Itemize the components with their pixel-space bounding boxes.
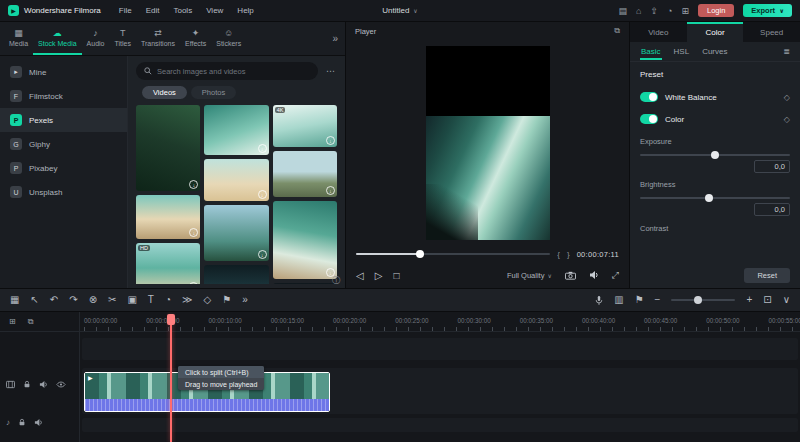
properties-tab[interactable]: Color xyxy=(687,22,744,42)
cart-icon[interactable]: ⊞ xyxy=(681,6,689,16)
media-tab[interactable]: ☁ Stock Media xyxy=(33,22,82,55)
media-tab[interactable]: ♪ Audio xyxy=(82,22,110,55)
login-button[interactable]: Login xyxy=(698,4,734,17)
keyframe-icon[interactable]: ◇ xyxy=(784,93,790,102)
previous-frame-button[interactable]: ◁ xyxy=(356,270,364,281)
more-tabs-icon[interactable]: » xyxy=(329,33,341,44)
stock-thumbnail[interactable]: ↓ xyxy=(204,105,268,155)
keyframe-icon[interactable]: ◇ xyxy=(203,295,211,305)
stock-thumbnail[interactable]: ↓ xyxy=(204,159,268,201)
playhead[interactable] xyxy=(170,314,172,442)
stock-thumbnail[interactable]: HD ↓ xyxy=(136,243,200,284)
mark-in-icon[interactable]: { xyxy=(557,250,560,259)
sidebar-item[interactable]: U Unsplash xyxy=(0,180,127,204)
track-mute-icon[interactable] xyxy=(39,380,48,389)
stock-thumbnail[interactable]: ↓ xyxy=(204,205,268,261)
notifications-icon[interactable]: ◔ xyxy=(667,6,672,16)
download-icon[interactable]: ↓ xyxy=(189,228,198,237)
filter-pill[interactable]: Photos xyxy=(191,86,236,99)
media-tab[interactable]: ✦ Effects xyxy=(180,22,211,55)
menu-item[interactable]: File xyxy=(119,6,132,15)
text-tool-icon[interactable]: T xyxy=(148,295,154,305)
project-title-area[interactable]: Untitled ∨ xyxy=(382,6,418,15)
mark-out-icon[interactable]: } xyxy=(567,250,570,259)
zoom-out-icon[interactable]: − xyxy=(655,295,661,305)
menu-item[interactable]: Help xyxy=(237,6,253,15)
stock-thumbnail[interactable]: ↓ xyxy=(136,105,200,191)
color-subtab[interactable]: HSL xyxy=(673,43,691,60)
workspace-layout-icon[interactable]: ▤ xyxy=(619,6,628,16)
menu-item[interactable]: Edit xyxy=(146,6,160,15)
timeline-ruler[interactable]: 00:00:00:00 00:00:05:00 00:00:10:00 00:0… xyxy=(80,312,800,332)
stock-thumbnail[interactable]: ↓ xyxy=(273,151,337,197)
auto-ripple-icon[interactable]: ⧉ xyxy=(28,317,34,327)
download-icon[interactable]: ↓ xyxy=(258,144,267,153)
fit-timeline-icon[interactable]: ⊡ xyxy=(763,295,771,305)
media-panel-icon[interactable]: ▦ xyxy=(10,295,19,305)
menu-item[interactable]: Tools xyxy=(173,6,192,15)
sidebar-item[interactable]: ▸ Mine xyxy=(0,60,127,84)
speed-icon[interactable]: ≫ xyxy=(182,295,192,305)
properties-tab[interactable]: Speed xyxy=(743,22,800,42)
search-input[interactable] xyxy=(157,67,310,76)
stock-thumbnail[interactable]: ↓ xyxy=(204,265,268,284)
microphone-icon[interactable] xyxy=(595,295,603,306)
track-visibility-icon[interactable] xyxy=(56,381,66,388)
toggle-switch[interactable] xyxy=(640,92,658,102)
keyframe-icon[interactable]: ◇ xyxy=(784,115,790,124)
download-icon[interactable]: ↓ xyxy=(189,180,198,189)
toggle-switch[interactable] xyxy=(640,114,658,124)
marker-icon[interactable]: ⚑ xyxy=(222,295,231,305)
media-tab[interactable]: ☺ Stickers xyxy=(211,22,246,55)
sidebar-item[interactable]: P Pixabey xyxy=(0,156,127,180)
adjustment-slider[interactable] xyxy=(640,197,790,199)
download-icon[interactable]: ↓ xyxy=(326,136,335,145)
video-preview[interactable] xyxy=(426,46,550,240)
reset-button[interactable]: Reset xyxy=(744,268,790,283)
sidebar-item[interactable]: G Giphy xyxy=(0,132,127,156)
search-bar[interactable] xyxy=(136,62,318,80)
save-project-icon[interactable]: ⌂ xyxy=(636,6,641,16)
filter-pill[interactable]: Videos xyxy=(142,86,187,99)
play-button[interactable]: ▷ xyxy=(375,270,383,281)
collapse-icon[interactable]: ∨ xyxy=(783,295,790,305)
stock-thumbnail[interactable]: ↓ xyxy=(273,283,337,284)
delete-icon[interactable]: ⊗ xyxy=(89,295,97,305)
crop-icon[interactable]: ▣ xyxy=(127,295,136,305)
download-icon[interactable]: ↓ xyxy=(326,186,335,195)
color-subtab[interactable]: Curves xyxy=(701,43,728,60)
stock-thumbnail[interactable]: ↓ xyxy=(136,195,200,239)
pointer-tool-icon[interactable]: ↖ xyxy=(30,295,38,305)
share-icon[interactable]: ⇪ xyxy=(650,6,658,16)
download-icon[interactable]: ↓ xyxy=(258,250,267,259)
speed-ramping-icon[interactable]: ◔ xyxy=(165,295,171,305)
slider-value[interactable]: 0,0 xyxy=(754,203,790,216)
snapshot-icon[interactable] xyxy=(565,271,576,280)
properties-tab[interactable]: Video xyxy=(630,22,687,42)
scrubber-handle[interactable] xyxy=(416,250,424,258)
info-icon[interactable]: ⓘ xyxy=(332,275,340,286)
redo-icon[interactable]: ↷ xyxy=(69,295,77,305)
popout-player-icon[interactable]: ⧉ xyxy=(614,26,620,36)
media-tab[interactable]: ⇄ Transitions xyxy=(136,22,180,55)
media-tab[interactable]: ▦ Media xyxy=(4,22,33,55)
split-icon[interactable]: ✂ xyxy=(108,295,116,305)
track-mute-icon[interactable] xyxy=(34,418,43,427)
zoom-in-icon[interactable]: + xyxy=(746,295,752,305)
export-button[interactable]: Export ∨ xyxy=(743,4,792,17)
manage-tracks-icon[interactable]: ⊞ xyxy=(9,317,16,326)
volume-icon[interactable] xyxy=(589,270,599,280)
color-subtab[interactable]: Basic xyxy=(640,43,662,60)
stock-thumbnail[interactable]: ↓ xyxy=(273,201,337,279)
audio-mixer-icon[interactable]: ▥ xyxy=(614,295,623,305)
stock-thumbnail[interactable]: 4K ↓ xyxy=(273,105,337,147)
track-lock-icon[interactable] xyxy=(18,418,26,427)
quality-selector[interactable]: Full Quality ∨ xyxy=(507,271,552,280)
sidebar-item[interactable]: F Filmstock xyxy=(0,84,127,108)
slider-handle[interactable] xyxy=(711,151,719,159)
sidebar-item[interactable]: P Pexels xyxy=(0,108,127,132)
download-icon[interactable]: ↓ xyxy=(189,282,198,284)
adjustments-icon[interactable]: ≣ xyxy=(783,47,790,56)
zoom-slider-handle[interactable] xyxy=(694,296,702,304)
slider-handle[interactable] xyxy=(705,194,713,202)
